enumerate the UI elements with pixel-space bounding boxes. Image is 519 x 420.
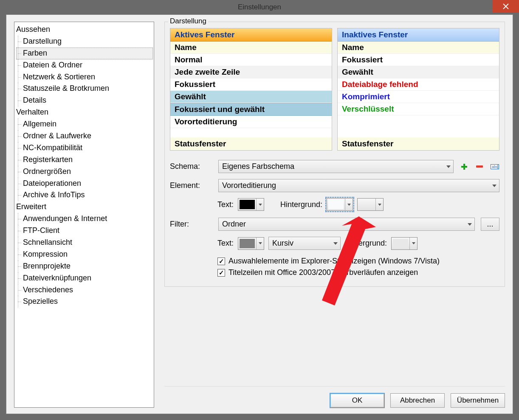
preview-row[interactable]: Normal <box>170 54 332 66</box>
preview-status[interactable]: Statusfenster <box>170 137 332 150</box>
preview-row[interactable]: Jede zweite Zeile <box>170 66 332 78</box>
bg-color-label: Hintergrund: <box>280 200 322 209</box>
element-label: Element: <box>170 181 212 190</box>
tree-item-ftp-client[interactable]: FTP-Client <box>16 225 153 237</box>
preview-row[interactable]: Vororteditierung <box>170 116 332 128</box>
tree-item-statuszeile[interactable]: Statuszeile & Brotkrumen <box>16 83 153 95</box>
chevron-down-icon <box>468 223 472 226</box>
preview-inactive-pane[interactable]: Inaktives Fenster Name Fokussiert Gewähl… <box>337 28 499 151</box>
preview-status[interactable]: Statusfenster <box>338 137 499 150</box>
preview-active-pane[interactable]: Aktives Fenster Name Normal Jede zweite … <box>170 28 332 151</box>
tree-item-nc-kompat[interactable]: NC-Kompatibilität <box>16 142 153 154</box>
close-icon <box>503 3 509 9</box>
filter-combo[interactable]: Ordner <box>218 218 475 231</box>
tree-category[interactable]: Erweitert <box>16 201 153 213</box>
tree-item-farben[interactable]: Farben <box>16 48 153 59</box>
active-header[interactable]: Aktives Fenster <box>170 28 332 42</box>
minus-icon <box>476 165 483 168</box>
close-button[interactable] <box>493 0 519 13</box>
preview-row[interactable]: Verschlüsselt <box>338 103 499 115</box>
color-swatch <box>393 239 408 248</box>
element-text-color-button[interactable] <box>238 198 264 211</box>
tree-category[interactable]: Verhalten <box>16 106 153 118</box>
color-swatch <box>240 200 255 209</box>
settings-tree[interactable]: Aussehen Darstellung Farben Dateien & Or… <box>14 22 154 408</box>
checkbox-explorer-style[interactable]: ✓ <box>217 258 225 265</box>
tree-item-dateiverknuepfungen[interactable]: Dateiverknüpfungen <box>16 272 153 284</box>
preview-row[interactable]: Gewählt <box>170 91 332 103</box>
filter-bg-label: Hintergrund: <box>345 239 387 248</box>
tree-item-details[interactable]: Details <box>16 95 153 106</box>
tree-item-darstellung[interactable]: Darstellung <box>16 36 153 48</box>
chevron-down-icon <box>446 165 451 168</box>
apply-button[interactable]: Übernehmen <box>451 393 505 408</box>
schema-combo[interactable]: Eigenes Farbschema <box>218 160 454 173</box>
preview-row[interactable]: Name <box>170 42 332 54</box>
tree-item-dateien-ordner[interactable]: Dateien & Ordner <box>16 59 153 71</box>
inactive-header[interactable]: Inaktives Fenster <box>338 28 499 42</box>
filter-text-color-button[interactable] <box>238 237 264 250</box>
titlebar: Einstellungen <box>0 0 519 14</box>
filter-bg-color-button[interactable] <box>391 237 417 250</box>
color-swatch <box>240 239 255 248</box>
preview-row[interactable]: Fokussiert <box>338 54 499 66</box>
tree-item-brennprojekte[interactable]: Brennprojekte <box>16 260 153 272</box>
tree-item-anwendungen-internet[interactable]: Anwendungen & Internet <box>16 213 153 225</box>
plus-icon <box>460 163 468 171</box>
tree-item-ordnergroessen[interactable]: Ordnergrößen <box>16 166 153 178</box>
element-bg-color-extra-button[interactable] <box>357 198 384 211</box>
filter-label: Filter: <box>170 220 212 229</box>
chevron-down-icon <box>333 242 338 245</box>
tree-item-netzwerk[interactable]: Netzwerk & Sortieren <box>16 71 153 83</box>
preview-row[interactable]: Fokussiert und gewählt <box>170 103 332 116</box>
darstellung-group: Darstellung Aktives Fenster Name Normal … <box>164 22 505 287</box>
color-swatch <box>328 200 344 209</box>
font-style-combo[interactable]: Kursiv <box>268 237 341 250</box>
cancel-button[interactable]: Abbrechen <box>390 393 445 408</box>
preview-row[interactable]: Gewählt <box>338 66 499 78</box>
checkbox-label[interactable]: Titelzeilen mit Office 2003/2007-Farbver… <box>228 268 418 277</box>
chevron-down-icon <box>492 185 496 187</box>
window-title: Einstellungen <box>238 3 281 11</box>
checkbox-office-gradients[interactable]: ✓ <box>217 269 225 277</box>
svg-text:abc: abc <box>492 165 498 169</box>
tree-item-registerkarten[interactable]: Registerkarten <box>16 154 153 166</box>
preview-row[interactable]: Name <box>338 42 499 54</box>
preview-row[interactable]: Komprimiert <box>338 91 499 103</box>
tree-item-ordner-laufwerke[interactable]: Ordner & Laufwerke <box>16 130 153 142</box>
tree-item-spezielles[interactable]: Spezielles <box>16 296 153 308</box>
schema-label: Schema: <box>170 162 212 171</box>
element-combo[interactable]: Vororteditierung <box>218 179 499 192</box>
rename-schema-button[interactable]: abc <box>490 162 499 171</box>
tree-item-verschiedenes[interactable]: Verschiedenes <box>16 284 153 296</box>
client-area: Aussehen Darstellung Farben Dateien & Or… <box>6 14 513 414</box>
tree-item-archive-infotips[interactable]: Archive & InfoTips <box>16 189 153 201</box>
preview-row[interactable]: Dateiablage fehlend <box>338 78 499 91</box>
group-title: Darstellung <box>168 17 208 25</box>
add-schema-button[interactable] <box>460 162 469 171</box>
element-bg-color-button[interactable] <box>327 198 353 211</box>
tree-item-allgemein[interactable]: Allgemein <box>16 118 153 130</box>
rename-icon: abc <box>491 163 499 170</box>
settings-window: Einstellungen Aussehen Darstellung Farbe… <box>0 0 519 420</box>
ok-button[interactable]: OK <box>330 393 384 408</box>
filter-text-label: Text: <box>217 239 234 248</box>
tree-category[interactable]: Aussehen <box>16 24 153 36</box>
dialog-footer: OK Abbrechen Übernehmen <box>164 386 505 408</box>
remove-schema-button[interactable] <box>475 162 484 171</box>
tree-item-schnellansicht[interactable]: Schnellansicht <box>16 237 153 249</box>
tree-item-dateioperationen[interactable]: Dateioperationen <box>16 178 153 190</box>
color-swatch <box>359 200 374 209</box>
preview-row[interactable]: Fokussiert <box>170 78 332 91</box>
filter-browse-button[interactable]: ... <box>481 218 499 231</box>
checkbox-label[interactable]: Auswahlelemente im Explorer-Stil anzeige… <box>228 257 440 266</box>
tree-item-kompression[interactable]: Kompression <box>16 249 153 260</box>
text-color-label: Text: <box>217 200 234 209</box>
